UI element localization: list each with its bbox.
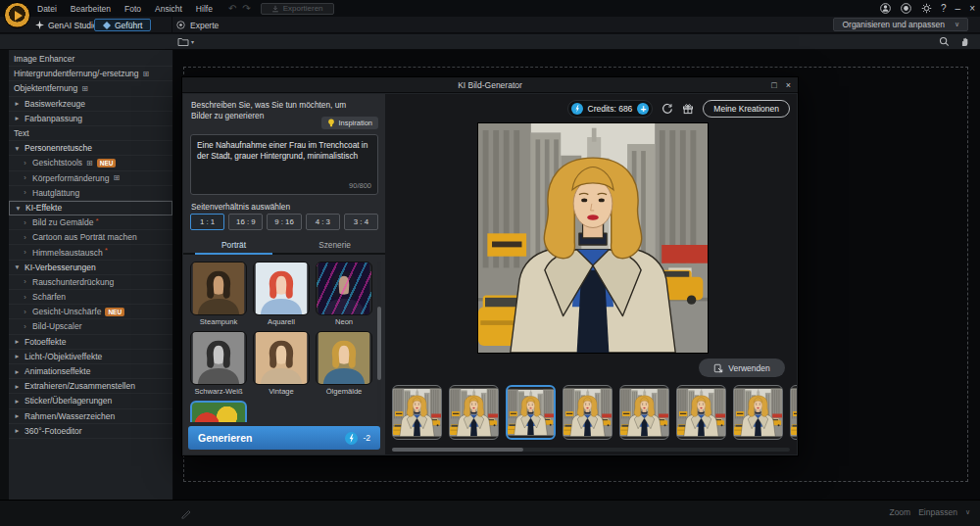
undo-icon[interactable]: ↶ xyxy=(228,3,236,14)
close-button[interactable]: × xyxy=(969,4,975,14)
sidebar-section-ki-effekte[interactable]: ▾KI-Effekte xyxy=(9,201,172,215)
menu-foto[interactable]: Foto xyxy=(124,4,141,14)
help-icon[interactable]: ? xyxy=(941,4,947,14)
sidebar-item-bild-upscaler[interactable]: ›Bild-Upscaler xyxy=(9,319,172,334)
aspect-ratio-label: Seitenverhältnis auswählen xyxy=(191,202,290,212)
style-vintage[interactable]: Vintage xyxy=(253,331,310,396)
chevron-down-icon: ∨ xyxy=(955,21,959,28)
guided-mode-button[interactable]: Geführt xyxy=(94,19,151,31)
menu-bar: Datei Bearbeiten Foto Ansicht Hilfe xyxy=(37,4,213,14)
sidebar-item-gesichtstools[interactable]: ›Gesichtstools⊞NEU xyxy=(9,156,172,170)
sidebar-item-rauschunterdrueckung[interactable]: ›Rauschunterdrückung xyxy=(9,275,172,290)
thumbnails-scrollbar[interactable] xyxy=(392,448,790,452)
style-aquarell[interactable]: Aquarell xyxy=(253,262,310,326)
sidebar-item-fotoeffekte[interactable]: ▸Fotoeffekte xyxy=(9,335,172,350)
aspect-4-3[interactable]: 4 : 3 xyxy=(306,214,340,230)
aspect-3-4[interactable]: 3 : 4 xyxy=(344,214,378,230)
generator-controls-panel: Beschreiben Sie, was Sie tun möchten, um… xyxy=(183,94,385,454)
sidebar-item-basiswerkzeuge[interactable]: ▸Basiswerkzeuge xyxy=(9,97,172,112)
aspect-16-9[interactable]: 16 : 9 xyxy=(228,214,263,230)
settings-gear-icon[interactable] xyxy=(920,3,932,15)
sidebar-section-ki-verbesserungen[interactable]: ▾KI-Verbesserungen xyxy=(9,261,172,275)
generate-button[interactable]: Generieren -2 xyxy=(188,426,380,450)
sidebar-item-licht-objektiveffekte[interactable]: ▸Licht-/Objektiveffekte xyxy=(9,350,172,364)
style-neon[interactable]: Neon xyxy=(316,262,372,326)
result-thumbnail-3-selected[interactable] xyxy=(506,385,556,440)
style-schwarz-weiss[interactable]: Schwarz-Weiß xyxy=(190,331,247,396)
pen-tool-icon[interactable] xyxy=(180,507,192,519)
premium-mark: * xyxy=(105,246,108,255)
expand-arrow-icon: ▸ xyxy=(14,114,21,122)
sidebar-item-gesicht-unschaerfe[interactable]: ›Gesicht-UnschärfeNEU xyxy=(9,305,172,319)
result-thumbnail-5[interactable] xyxy=(619,385,669,440)
hand-tool-icon[interactable] xyxy=(959,36,970,47)
status-bar: Zoom Einpassen ∨ xyxy=(0,500,980,526)
sidebar-item-rahmen-wasserzeichen[interactable]: ▸Rahmen/Wasserzeichen xyxy=(9,409,172,424)
search-icon[interactable] xyxy=(939,36,950,47)
sync-status-icon[interactable] xyxy=(900,3,911,15)
gift-icon[interactable] xyxy=(682,103,694,115)
sidebar-item-image-enhancer[interactable]: Image Enhancer xyxy=(9,52,172,67)
zoom-value-dropdown[interactable]: Einpassen xyxy=(918,507,957,517)
add-credits-button[interactable]: + xyxy=(637,103,649,115)
menu-bearbeiten[interactable]: Bearbeiten xyxy=(71,4,111,14)
sidebar-item-schaerfen[interactable]: ›Schärfen xyxy=(9,290,172,305)
credit-shield-icon xyxy=(571,103,583,115)
menu-ansicht[interactable]: Ansicht xyxy=(155,4,182,14)
tab-portraet[interactable]: Porträt xyxy=(183,237,284,253)
sidebar-item-hintergrundentfernung[interactable]: Hintergrundentfernung/-ersetzung⊞ xyxy=(9,67,172,81)
sidebar-item-cartoon-aus-portraet[interactable]: ›Cartoon aus Porträt machen xyxy=(9,230,172,245)
sidebar-item-extrahieren-zusammenstellen[interactable]: ▸Extrahieren/Zusammenstellen xyxy=(9,379,172,394)
style-pop-art-selected[interactable] xyxy=(190,401,247,422)
redo-icon[interactable]: ↷ xyxy=(242,3,250,14)
minimize-button[interactable]: – xyxy=(956,4,961,14)
dialog-title: KI Bild-Generator xyxy=(458,80,522,90)
sidebar-item-bild-zu-gemaelde[interactable]: ›Bild zu Gemälde* xyxy=(9,215,172,230)
sidebar-item-himmelsaustausch[interactable]: ›Himmelsaustausch* xyxy=(9,245,172,260)
sidebar-item-text[interactable]: Text xyxy=(9,126,172,141)
menu-hilfe[interactable]: Hilfe xyxy=(196,4,213,14)
edit-icon: ⊞ xyxy=(143,70,150,78)
export-button[interactable]: Exportieren xyxy=(261,3,334,15)
sidebar-item-farbanpassung[interactable]: ▸Farbanpassung xyxy=(9,112,172,126)
use-image-button[interactable]: Verwenden xyxy=(699,359,785,377)
expert-icon xyxy=(176,21,185,29)
generated-image-preview[interactable] xyxy=(477,122,709,354)
menu-datei[interactable]: Datei xyxy=(37,4,57,14)
result-thumbnail-1[interactable] xyxy=(392,385,442,440)
expert-mode-button[interactable]: Experte xyxy=(176,19,219,31)
folder-dropdown[interactable]: ▾ xyxy=(177,36,194,47)
organize-dropdown[interactable]: Organisieren und anpassen ∨ xyxy=(833,18,968,31)
my-creations-button[interactable]: Meine Kreationen xyxy=(703,100,790,118)
result-thumbnail-2[interactable] xyxy=(449,385,499,440)
expand-arrow-icon: ▸ xyxy=(14,352,21,360)
dialog-close-button[interactable]: × xyxy=(786,80,791,90)
inspiration-button[interactable]: Inspiration xyxy=(321,117,378,129)
account-icon[interactable] xyxy=(879,3,891,15)
prompt-input[interactable]: Eine Nahaufnahme einer Frau im Trenchcoa… xyxy=(190,134,378,195)
sidebar-section-personenretusche[interactable]: ▾Personenretusche xyxy=(9,141,172,156)
result-thumbnail-6[interactable] xyxy=(676,385,726,440)
mode-bar: GenAI Studio Geführt Experte Organisiere… xyxy=(0,17,980,33)
lightbulb-icon xyxy=(327,119,335,127)
refresh-icon[interactable] xyxy=(662,103,673,115)
tab-szenerie[interactable]: Szenerie xyxy=(284,237,385,253)
style-steampunk[interactable]: Steampunk xyxy=(190,262,247,326)
result-thumbnail-7[interactable] xyxy=(733,385,783,440)
generated-thumbnails-strip xyxy=(392,385,797,442)
result-thumbnail-8[interactable] xyxy=(790,385,797,440)
sidebar-item-animationseffekte[interactable]: ▸Animationseffekte xyxy=(9,364,172,379)
expand-arrow-icon: ▸ xyxy=(14,337,21,346)
sidebar-item-sticker-ueberlagerungen[interactable]: ▸Sticker/Überlagerungen xyxy=(9,394,172,408)
sidebar-item-koerperformaenderung[interactable]: ›Körperformänderung⊞ xyxy=(9,171,172,186)
genai-studio-button[interactable]: GenAI Studio xyxy=(35,21,98,30)
sidebar-item-objektentfernung[interactable]: Objektentfernung⊞ xyxy=(9,81,172,96)
sidebar-item-hautglaettung[interactable]: ›Hautglättung xyxy=(9,186,172,201)
style-oelgemaelde[interactable]: Ölgemälde xyxy=(316,331,372,396)
sidebar-item-360-fotoeditor[interactable]: ▸360°-Fotoeditor xyxy=(9,424,172,439)
aspect-1-1[interactable]: 1 : 1 xyxy=(190,214,224,230)
result-thumbnail-4[interactable] xyxy=(563,385,612,440)
styles-scrollbar[interactable] xyxy=(377,262,381,422)
aspect-9-16[interactable]: 9 : 16 xyxy=(267,214,301,230)
dialog-maximize-button[interactable]: □ xyxy=(771,80,776,90)
